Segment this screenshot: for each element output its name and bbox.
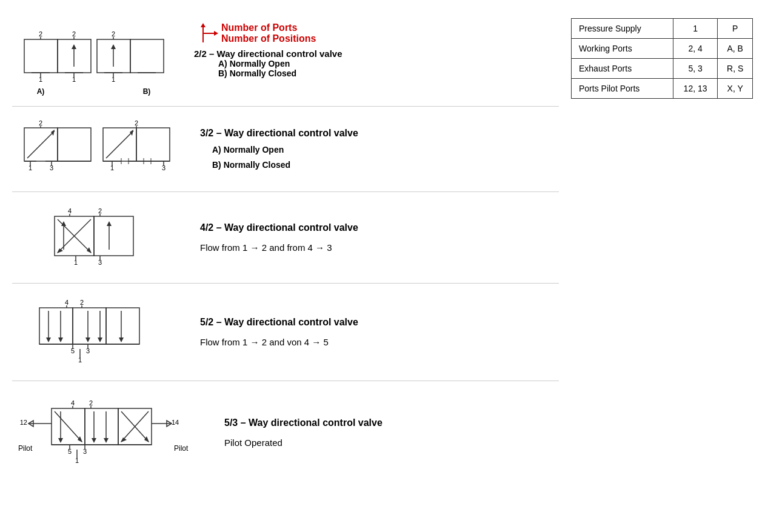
description-53: 5/3 – Way directional control valve Pilo… bbox=[206, 414, 559, 451]
table-cell-number: 5, 3 bbox=[673, 59, 717, 79]
table-cell-number: 2, 4 bbox=[673, 39, 717, 59]
table-cell-letter: A, B bbox=[718, 39, 753, 59]
svg-marker-97 bbox=[85, 337, 90, 342]
diagram-42: 4 2 1 3 bbox=[12, 201, 182, 274]
svg-marker-101 bbox=[119, 337, 124, 342]
section-53-flow: Pilot Operated bbox=[224, 434, 559, 451]
section-42: 4 2 1 3 bbox=[12, 192, 559, 284]
svg-text:Pilot: Pilot bbox=[18, 444, 33, 453]
normally-closed-22: B) Normally Closed bbox=[194, 68, 342, 78]
svg-32: 2 1 3 bbox=[18, 116, 176, 182]
svg-marker-13 bbox=[72, 44, 76, 49]
svg-marker-99 bbox=[98, 337, 102, 342]
table-cell-letter: X, Y bbox=[718, 79, 753, 99]
diagram-22: 2 2 1 1 bbox=[12, 21, 182, 100]
svg-text:2: 2 bbox=[72, 30, 76, 38]
svg-text:2: 2 bbox=[89, 399, 93, 407]
svg-text:2: 2 bbox=[39, 30, 42, 38]
svg-marker-41 bbox=[51, 130, 55, 136]
table-row: Ports Pilot Ports12, 13X, Y bbox=[572, 79, 753, 99]
svg-marker-125 bbox=[121, 437, 127, 442]
svg-marker-27 bbox=[201, 23, 205, 27]
port-table: Pressure Supply1PWorking Ports2, 4A, BEx… bbox=[571, 18, 753, 99]
valve-32-label: 3/2 – Way directional control valve bbox=[200, 125, 559, 142]
svg-marker-117 bbox=[92, 438, 96, 443]
svg-42: 4 2 1 3 bbox=[36, 201, 158, 274]
valve-52-label: 5/2 – Way directional control valve bbox=[200, 314, 559, 331]
svg-52: 4 2 5 3 1 bbox=[27, 293, 167, 371]
svg-marker-121 bbox=[58, 438, 63, 443]
svg-rect-0 bbox=[24, 39, 58, 73]
table-row: Pressure Supply1P bbox=[572, 19, 753, 39]
svg-marker-93 bbox=[46, 337, 51, 342]
svg-rect-44 bbox=[136, 128, 170, 161]
svg-line-54 bbox=[106, 131, 133, 158]
diagram-52: 4 2 5 3 1 bbox=[12, 293, 182, 371]
svg-text:12: 12 bbox=[20, 419, 27, 426]
table-cell-number: 12, 13 bbox=[673, 79, 717, 99]
svg-marker-55 bbox=[130, 130, 133, 136]
svg-text:Pilot: Pilot bbox=[174, 444, 189, 453]
table-row: Working Ports2, 4A, B bbox=[572, 39, 753, 59]
table-cell-letter: R, S bbox=[718, 59, 753, 79]
arrow-diagram bbox=[194, 21, 221, 45]
description-52: 5/2 – Way directional control valve Flow… bbox=[182, 314, 559, 351]
svg-text:4: 4 bbox=[71, 399, 75, 407]
section-42-flow: Flow from 1 → 2 and from 4 → 3 bbox=[200, 239, 559, 256]
table-cell-label: Ports Pilot Ports bbox=[572, 79, 673, 99]
section-53: 4 2 5 3 1 bbox=[12, 381, 559, 484]
svg-rect-31 bbox=[58, 128, 91, 161]
section-52: 4 2 5 3 1 bbox=[12, 284, 559, 381]
table-cell-label: Pressure Supply bbox=[572, 19, 673, 39]
svg-text:A): A) bbox=[37, 87, 45, 96]
valve-22-label: 2/2 – Way directional control valve bbox=[194, 48, 342, 59]
svg-rect-16 bbox=[130, 39, 164, 73]
svg-text:4: 4 bbox=[68, 207, 72, 214]
svg-text:14: 14 bbox=[172, 419, 179, 426]
main-container: 2 2 1 1 bbox=[0, 0, 765, 532]
num-ports-label: Number of Ports bbox=[221, 22, 316, 33]
table-cell-number: 1 bbox=[673, 19, 717, 39]
description-42: 4/2 – Way directional control valve Flow… bbox=[182, 219, 559, 256]
svg-marker-24 bbox=[111, 44, 116, 49]
svg-text:2: 2 bbox=[98, 207, 102, 214]
svg-marker-95 bbox=[58, 337, 63, 342]
section-32: 2 1 3 bbox=[12, 107, 559, 192]
normally-open-22: A) Normally Open bbox=[194, 59, 342, 68]
arrow-labels: Number of Ports Number of Positions 2/2 … bbox=[182, 21, 342, 78]
section-32-item-1: B) Normally Closed bbox=[200, 158, 559, 173]
svg-marker-75 bbox=[87, 247, 92, 253]
svg-text:4: 4 bbox=[65, 299, 68, 306]
diagram-32: 2 1 3 bbox=[12, 116, 182, 182]
svg-22: 2 2 1 1 bbox=[18, 21, 176, 100]
svg-marker-77 bbox=[57, 248, 63, 253]
svg-text:2: 2 bbox=[112, 30, 115, 38]
svg-marker-119 bbox=[104, 438, 109, 443]
svg-marker-73 bbox=[107, 221, 112, 226]
section-52-flow: Flow from 1 → 2 and von 4 → 5 bbox=[200, 334, 559, 350]
svg-rect-103 bbox=[85, 408, 118, 445]
table-cell-letter: P bbox=[718, 19, 753, 39]
header-section: 2 2 1 1 bbox=[12, 12, 559, 103]
svg-rect-61 bbox=[94, 216, 133, 256]
table-row: Exhaust Ports5, 3R, S bbox=[572, 59, 753, 79]
description-32: 3/2 – Way directional control valve A) N… bbox=[182, 125, 559, 173]
table-cell-label: Exhaust Ports bbox=[572, 59, 673, 79]
svg-rect-78 bbox=[39, 308, 73, 344]
svg-line-40 bbox=[27, 131, 55, 158]
diagram-53: 4 2 5 3 1 bbox=[12, 390, 206, 475]
svg-marker-29 bbox=[214, 31, 218, 36]
num-positions-label: Number of Positions bbox=[221, 33, 316, 44]
section-32-item-0: A) Normally Open bbox=[200, 142, 559, 158]
table-cell-label: Working Ports bbox=[572, 39, 673, 59]
svg-text:B): B) bbox=[143, 87, 151, 96]
valve-53-label: 5/3 – Way directional control valve bbox=[224, 414, 559, 432]
valve-42-label: 4/2 – Way directional control valve bbox=[200, 219, 559, 237]
svg-53: 4 2 5 3 1 bbox=[15, 390, 203, 475]
svg-text:2: 2 bbox=[80, 299, 84, 306]
left-panel: 2 2 1 1 bbox=[12, 12, 559, 520]
svg-line-126 bbox=[55, 411, 82, 442]
right-panel: Pressure Supply1PWorking Ports2, 4A, BEx… bbox=[559, 12, 753, 520]
svg-text:2: 2 bbox=[135, 119, 138, 127]
svg-text:2: 2 bbox=[39, 119, 42, 127]
